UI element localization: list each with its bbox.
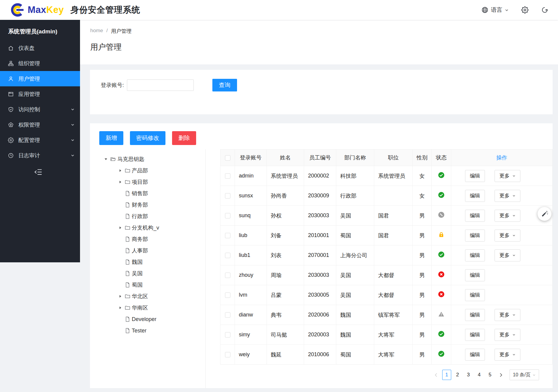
edit-button[interactable]: 编辑 — [465, 349, 485, 361]
tree-node[interactable]: 华北区 — [104, 291, 205, 302]
tree-node-label: 商务部 — [132, 236, 148, 243]
row-checkbox[interactable] — [225, 312, 230, 318]
sidebar-item-label: 访问控制 — [18, 106, 40, 113]
tree-node[interactable]: 人事部 — [104, 245, 205, 256]
caret-right-icon[interactable] — [119, 226, 125, 230]
login-account-input[interactable] — [127, 79, 194, 91]
none-icon[interactable] — [119, 203, 125, 207]
settings-gear-icon[interactable] — [521, 6, 529, 14]
edit-button[interactable]: 编辑 — [465, 269, 485, 281]
cell-employee-no: 2030009 — [304, 186, 336, 206]
tree-node[interactable]: 马克思钥匙 — [104, 153, 205, 165]
page-size-select[interactable]: 10 条/页 — [510, 369, 539, 380]
row-checkbox[interactable] — [225, 233, 230, 238]
row-checkbox[interactable] — [225, 193, 230, 199]
row-checkbox[interactable] — [225, 273, 230, 278]
none-icon[interactable] — [119, 272, 125, 276]
none-icon[interactable] — [119, 237, 125, 241]
caret-down-icon[interactable] — [104, 157, 110, 161]
row-checkbox[interactable] — [225, 213, 230, 218]
tree-node[interactable]: 项目部 — [104, 176, 205, 188]
caret-right-icon[interactable] — [119, 180, 125, 184]
sidebar-item[interactable]: 仪表盘 — [0, 40, 80, 56]
sidebar-item[interactable]: 权限管理 — [0, 117, 80, 132]
more-button[interactable]: 更多 — [495, 309, 520, 321]
select-all-checkbox[interactable] — [225, 155, 230, 161]
row-checkbox[interactable] — [225, 352, 230, 357]
none-icon[interactable] — [119, 317, 125, 321]
tree-node[interactable]: 吴国 — [104, 268, 205, 279]
edit-button[interactable]: 编辑 — [465, 230, 485, 242]
more-button[interactable]: 更多 — [495, 329, 520, 341]
cell-name: 刘表 — [267, 245, 304, 265]
page-number[interactable]: 4 — [475, 370, 484, 380]
none-icon[interactable] — [119, 192, 125, 196]
row-checkbox[interactable] — [225, 332, 230, 338]
none-icon[interactable] — [119, 215, 125, 218]
edit-button[interactable]: 编辑 — [465, 170, 485, 182]
row-checkbox[interactable] — [225, 253, 230, 258]
more-button[interactable]: 更多 — [495, 349, 520, 361]
sidebar-item[interactable]: 日志审计 — [0, 148, 80, 163]
tree-node[interactable]: 产品部 — [104, 165, 205, 176]
language-selector[interactable]: 语言 — [481, 6, 509, 14]
page-number[interactable]: 2 — [453, 370, 462, 380]
sidebar-item[interactable]: 用户管理 — [0, 71, 80, 86]
edit-button[interactable]: 编辑 — [465, 289, 485, 301]
page-number[interactable]: 1 — [442, 370, 451, 380]
page-number[interactable]: 3 — [464, 370, 473, 380]
more-button[interactable]: 更多 — [495, 230, 520, 242]
edit-button[interactable]: 编辑 — [465, 190, 485, 202]
none-icon[interactable] — [119, 329, 125, 333]
change-password-button[interactable]: 密码修改 — [130, 131, 165, 145]
none-icon[interactable] — [119, 249, 125, 253]
edit-button[interactable]: 编辑 — [465, 309, 485, 321]
tree-node[interactable]: 蜀国 — [104, 279, 205, 291]
tree-node-label: 魏国 — [132, 258, 143, 266]
column-header-actions[interactable]: 操作 — [451, 150, 553, 166]
page-number[interactable]: 5 — [486, 370, 495, 380]
breadcrumb-home-link[interactable]: home — [90, 28, 103, 35]
edit-button[interactable]: 编辑 — [465, 249, 485, 261]
tree-node[interactable]: 行政部 — [104, 211, 205, 222]
more-button[interactable]: 更多 — [495, 170, 520, 182]
caret-right-icon[interactable] — [119, 295, 125, 298]
tree-node[interactable]: 销售部 — [104, 188, 205, 199]
row-checkbox[interactable] — [225, 292, 230, 298]
tree-node[interactable]: 魏国 — [104, 256, 205, 268]
delete-button[interactable]: 删除 — [172, 131, 196, 145]
sidebar-item[interactable]: 配置管理 — [0, 132, 80, 148]
tree-node[interactable]: 财务部 — [104, 199, 205, 211]
more-button[interactable]: 更多 — [495, 210, 520, 222]
edit-button[interactable]: 编辑 — [465, 210, 485, 222]
none-icon[interactable] — [119, 283, 125, 287]
tree-node[interactable]: 商务部 — [104, 233, 205, 245]
next-page-icon[interactable] — [496, 370, 505, 380]
sidebar-item[interactable]: 访问控制 — [0, 102, 80, 117]
tree-node[interactable]: 华南区 — [104, 302, 205, 313]
tree-node[interactable]: Developer — [104, 313, 205, 325]
table-row: sunsx 孙尚香 2030009 行政部 女 编辑 更 — [220, 186, 553, 206]
logout-icon[interactable] — [541, 6, 548, 14]
audit-icon — [8, 153, 14, 159]
caret-right-icon[interactable] — [119, 306, 125, 310]
add-button[interactable]: 新增 — [99, 131, 123, 145]
caret-right-icon[interactable] — [119, 169, 125, 173]
login-account-label: 登录账号: — [101, 82, 124, 89]
query-button[interactable]: 查询 — [212, 79, 237, 91]
cell-department: 科技部 — [336, 166, 374, 186]
cell-department: 魏国 — [336, 325, 374, 345]
cell-department: 吴国 — [336, 206, 374, 226]
none-icon[interactable] — [119, 260, 125, 264]
more-button[interactable]: 更多 — [495, 249, 520, 261]
sidebar-item[interactable]: 应用管理 — [0, 86, 80, 102]
tree-node[interactable]: Tester — [104, 325, 205, 336]
more-button[interactable]: 更多 — [495, 190, 520, 202]
row-checkbox[interactable] — [225, 173, 230, 179]
annotation-wand-button[interactable] — [538, 207, 551, 221]
menu-fold-icon[interactable] — [34, 168, 43, 176]
sidebar-item[interactable]: 组织管理 — [0, 56, 80, 71]
previous-page-icon[interactable] — [431, 370, 440, 380]
edit-button[interactable]: 编辑 — [465, 329, 485, 341]
tree-node[interactable]: 分支机构_v — [104, 222, 205, 233]
